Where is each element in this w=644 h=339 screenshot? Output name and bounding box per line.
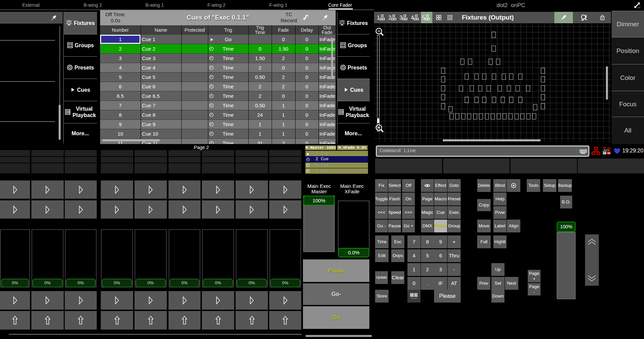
svg-text:4: 4 [411, 15, 414, 21]
svg-text:2: 2 [388, 15, 391, 21]
svg-text:3: 3 [399, 15, 402, 21]
svg-text:5: 5 [422, 15, 425, 21]
svg-text:1: 1 [377, 15, 380, 21]
